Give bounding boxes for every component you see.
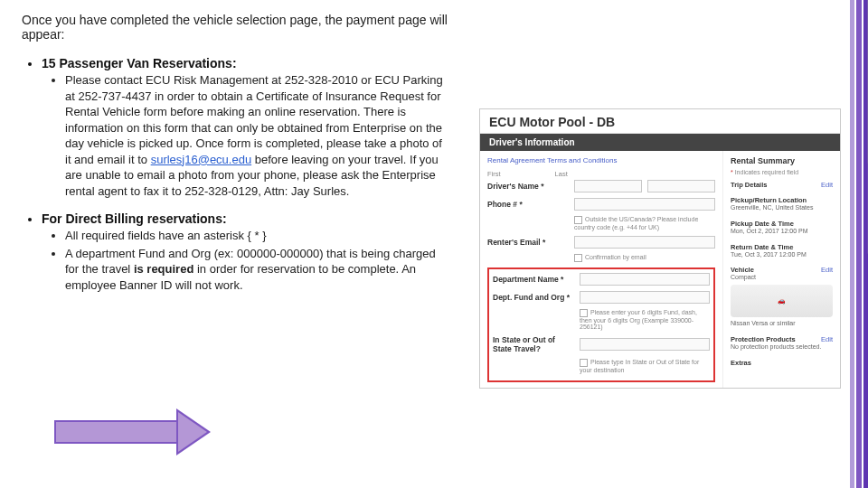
billing-bullet-1: All required fields have an asterisk { *… (65, 228, 447, 244)
label-state: In State or Out of State Travel? (493, 335, 574, 353)
decorative-edge (850, 0, 868, 488)
input-first-name[interactable] (574, 180, 642, 192)
input-dept[interactable] (580, 273, 710, 286)
section-van: 15 Passenger Van Reservations: Please co… (42, 56, 447, 199)
bullet-list: 15 Passenger Van Reservations: Please co… (22, 56, 447, 294)
edit-protection[interactable]: Edit (821, 335, 833, 343)
label-email: Renter's Email * (487, 238, 569, 247)
arrow-graphic (54, 408, 211, 455)
label-phone: Phone # * (487, 200, 569, 209)
input-fund[interactable] (580, 291, 710, 304)
input-state[interactable] (580, 338, 710, 351)
section-billing: For Direct Billing reservations: All req… (42, 211, 447, 293)
label-name: Driver's Name * (487, 182, 569, 191)
intro-text: Once you have completed the vehicle sele… (22, 13, 456, 42)
section-billing-heading: For Direct Billing reservations: (42, 211, 227, 226)
highlighted-required-box: Department Name * Dept. Fund and Org * P… (487, 267, 715, 382)
section-van-heading: 15 Passenger Van Reservations: (42, 56, 237, 70)
section-van-body: Please contact ECU Risk Management at 25… (65, 72, 447, 199)
input-last-name[interactable] (647, 180, 715, 192)
email-link[interactable]: surlesj16@ecu.edu (151, 153, 251, 166)
checkbox-confirmation[interactable] (574, 254, 582, 262)
label-dept: Department Name * (493, 275, 574, 284)
input-phone[interactable] (574, 198, 715, 211)
input-email[interactable] (574, 236, 715, 249)
terms-link[interactable]: Rental Agreement Terms and Conditions (487, 156, 715, 164)
label-fund: Dept. Fund and Org * (493, 293, 574, 302)
billing-bullet-2: A department Fund and Org (ex: 000000-00… (65, 246, 447, 294)
form-left: Rental Agreement Terms and Conditions Fi… (480, 151, 722, 388)
